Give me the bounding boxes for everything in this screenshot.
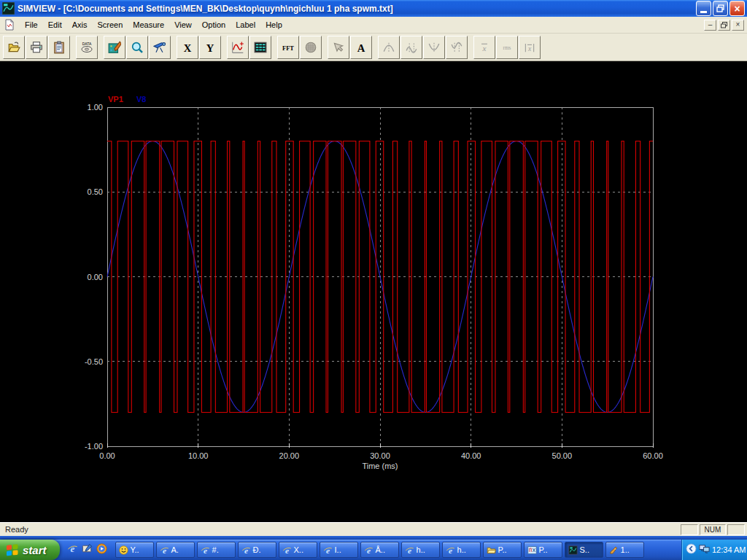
- data-table-button[interactable]: [249, 36, 271, 59]
- rms-icon: rms: [500, 41, 514, 54]
- abs-mean-icon: x: [523, 41, 536, 54]
- menu-file[interactable]: File: [20, 18, 43, 31]
- toolbar-separator: [222, 36, 227, 59]
- simview-app-icon: [2, 2, 15, 15]
- chart-client-area: 0.0010.0020.0030.0040.0050.0060.001.000.…: [0, 61, 747, 522]
- open-button[interactable]: [3, 36, 25, 59]
- task-button-label: h..: [417, 545, 425, 554]
- print-button[interactable]: [26, 36, 47, 59]
- y-axis-button[interactable]: Y: [199, 36, 221, 59]
- toolbar-separator: [98, 36, 104, 59]
- system-tray: 12:34 AM: [681, 540, 747, 560]
- ie-icon: e: [241, 545, 251, 555]
- ie-icon: e: [160, 545, 169, 555]
- menu-measure[interactable]: Measure: [128, 18, 169, 31]
- measure-peak-button: [378, 36, 400, 59]
- start-button[interactable]: start: [0, 540, 60, 560]
- svg-text:x: x: [527, 44, 532, 52]
- task-button[interactable]: eI..: [320, 542, 358, 558]
- copy-to-clipboard-button[interactable]: [48, 36, 70, 59]
- measure-peak-icon: [382, 41, 395, 54]
- x-tick-label: 50.00: [552, 451, 573, 460]
- y-tick-label: 1.00: [88, 103, 103, 112]
- y-tick-label: 0.00: [88, 273, 103, 281]
- task-button[interactable]: S..: [565, 542, 603, 558]
- y-tick-label: 0.50: [88, 187, 103, 196]
- x-axis-icon: X: [181, 41, 194, 54]
- svg-text:Y: Y: [206, 42, 214, 53]
- folder-icon: [487, 545, 496, 555]
- task-button[interactable]: P..: [483, 542, 522, 558]
- task-button-label: h..: [457, 545, 466, 554]
- measure-valley-icon: [427, 41, 441, 54]
- svg-text:e: e: [203, 545, 206, 554]
- task-button[interactable]: 1..: [605, 542, 644, 558]
- menu-view[interactable]: View: [169, 18, 197, 31]
- task-button[interactable]: P..: [524, 542, 562, 558]
- show-desktop-icon[interactable]: [82, 543, 93, 557]
- x-axis-button[interactable]: X: [177, 36, 198, 59]
- ie-icon: e: [405, 545, 414, 555]
- close-button[interactable]: ×: [729, 1, 745, 16]
- toolbar-separator: [171, 36, 177, 59]
- hide-icons-chevron[interactable]: [686, 543, 697, 557]
- mdi-window-controls: – ×: [703, 20, 744, 31]
- toolbar-separator: [373, 36, 378, 59]
- menu-option[interactable]: Option: [197, 18, 231, 31]
- svg-text:e: e: [244, 545, 247, 554]
- add-screen-button[interactable]: [227, 36, 249, 59]
- task-button[interactable]: e#.: [197, 542, 236, 558]
- restore-button[interactable]: [713, 1, 728, 16]
- task-button[interactable]: Y..: [115, 542, 154, 558]
- task-button[interactable]: eX..: [279, 542, 317, 558]
- network-icon[interactable]: [699, 543, 710, 557]
- desktop: SIMVIEW - [C:\Documents and Settings\MEN…: [0, 0, 747, 560]
- mdi-close-button[interactable]: ×: [732, 20, 744, 31]
- svg-text:e: e: [285, 545, 288, 554]
- fft-button[interactable]: FFT: [277, 36, 299, 59]
- task-button[interactable]: eĐ.: [238, 542, 276, 558]
- data-file-icon: DATA: [80, 41, 93, 54]
- zoom-viewer-button[interactable]: [149, 36, 171, 59]
- x-axis-title: Time (ms): [362, 462, 398, 470]
- measure-valley-next-button: [446, 36, 468, 59]
- ie-icon: e: [323, 545, 333, 555]
- task-button[interactable]: eh..: [401, 542, 440, 558]
- ie-icon: e: [364, 545, 374, 555]
- pointer-button: [328, 36, 349, 59]
- mdi-minimize-button[interactable]: –: [704, 20, 716, 31]
- media-player-icon[interactable]: [96, 543, 107, 557]
- data-file-button[interactable]: DATA: [76, 36, 98, 59]
- measure-valley-next-icon: [450, 41, 463, 54]
- legend-V8: V8: [136, 95, 146, 104]
- menu-edit[interactable]: Edit: [43, 18, 67, 31]
- svg-text:e: e: [70, 543, 74, 554]
- task-button-label: Å..: [376, 545, 385, 554]
- minimize-button[interactable]: [696, 1, 711, 16]
- internet-explorer-icon[interactable]: e: [67, 543, 78, 557]
- ie-icon: e: [446, 545, 455, 555]
- task-button[interactable]: eÅ..: [360, 542, 399, 558]
- windows-logo-icon: [6, 543, 19, 556]
- menu-bar: FileEditAxisScreenMeasureViewOptionLabel…: [0, 17, 747, 34]
- task-button-label: I..: [335, 545, 341, 554]
- task-button-label: P..: [539, 545, 548, 554]
- display-properties-button[interactable]: [104, 36, 125, 59]
- task-button[interactable]: eA.: [156, 542, 195, 558]
- mean-icon: x: [478, 41, 491, 54]
- menu-axis[interactable]: Axis: [67, 18, 93, 31]
- text-label-button[interactable]: A: [350, 36, 372, 59]
- status-pane-num: NUM: [700, 524, 726, 535]
- menu-label[interactable]: Label: [231, 18, 260, 31]
- zoom-in-button[interactable]: [126, 36, 148, 59]
- task-button-label: S..: [580, 545, 589, 554]
- menu-screen[interactable]: Screen: [92, 18, 128, 31]
- menu-help[interactable]: Help: [260, 18, 287, 31]
- toolbar-separator: [468, 36, 473, 59]
- task-button[interactable]: eh..: [442, 542, 481, 558]
- x-tick-label: 40.00: [461, 451, 481, 460]
- fft-options-icon: [304, 41, 317, 54]
- mdi-restore-button[interactable]: [718, 20, 730, 31]
- zoom-in-icon: [131, 41, 144, 54]
- status-bar: Ready NUM: [0, 522, 747, 536]
